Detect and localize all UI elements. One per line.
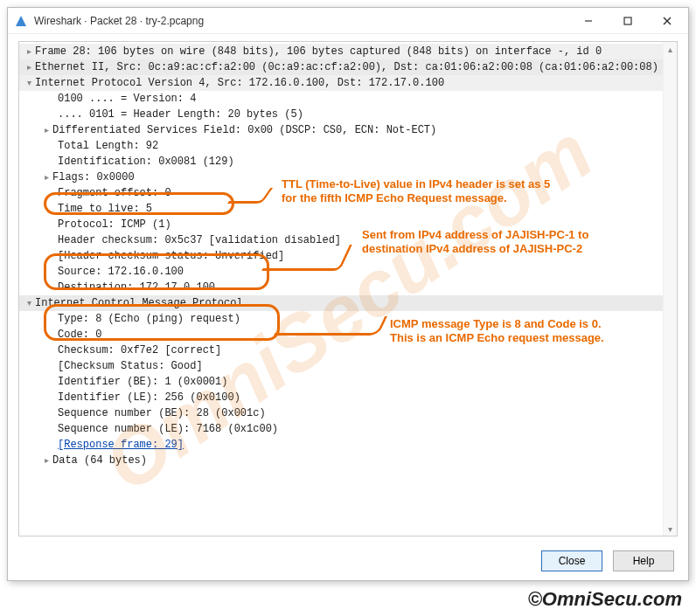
expand-icon[interactable]: ▸ bbox=[40, 453, 52, 468]
icmp-text: Internet Control Message Protocol bbox=[35, 295, 243, 311]
icmp-idbe[interactable]: Identifier (BE): 1 (0x0001) bbox=[19, 374, 677, 390]
minimize-button[interactable] bbox=[568, 8, 608, 33]
ipv4-hchkst[interactable]: [Header checksum status: Unverified] bbox=[19, 248, 677, 264]
ipv4-flags[interactable]: ▸Flags: 0x0000 bbox=[19, 170, 677, 185]
collapse-icon[interactable]: ▾ bbox=[23, 295, 35, 311]
icmp-response-link[interactable]: [Response frame: 29] bbox=[19, 437, 677, 453]
ipv4-node[interactable]: ▾ Internet Protocol Version 4, Src: 172.… bbox=[19, 75, 677, 91]
expand-icon[interactable]: ▸ bbox=[40, 122, 52, 138]
help-button[interactable]: Help bbox=[613, 550, 674, 571]
ipv4-dsf[interactable]: ▸Differentiated Services Field: 0x00 (DS… bbox=[19, 122, 677, 138]
ipv4-ident[interactable]: Identification: 0x0081 (129) bbox=[19, 154, 677, 170]
ipv4-text: Internet Protocol Version 4, Src: 172.16… bbox=[35, 75, 444, 91]
frame-node[interactable]: ▸ Frame 28: 106 bytes on wire (848 bits)… bbox=[19, 44, 677, 59]
scroll-up-icon[interactable]: ▴ bbox=[664, 42, 677, 56]
collapse-icon[interactable]: ▾ bbox=[23, 75, 35, 91]
icmp-idle[interactable]: Identifier (LE): 256 (0x0100) bbox=[19, 390, 677, 405]
ipv4-hdrlen[interactable]: .... 0101 = Header Length: 20 bytes (5) bbox=[19, 107, 677, 122]
close-button[interactable]: Close bbox=[541, 550, 602, 571]
icmp-node[interactable]: ▾ Internet Control Message Protocol bbox=[19, 295, 677, 311]
ethernet-node[interactable]: ▸ Ethernet II, Src: 0c:a9:ac:cf:a2:00 (0… bbox=[19, 59, 677, 75]
expand-icon[interactable]: ▸ bbox=[23, 44, 35, 59]
window-controls bbox=[568, 8, 686, 33]
wireshark-packet-window: Wireshark · Packet 28 · try-2.pcapng ▸ F… bbox=[7, 7, 689, 581]
vertical-scrollbar[interactable]: ▴ ▾ bbox=[663, 42, 677, 536]
icmp-seqbe[interactable]: Sequence number (BE): 28 (0x001c) bbox=[19, 405, 677, 421]
scroll-down-icon[interactable]: ▾ bbox=[664, 522, 677, 536]
icmp-seqle[interactable]: Sequence number (LE): 7168 (0x1c00) bbox=[19, 421, 677, 437]
expand-icon[interactable]: ▸ bbox=[23, 59, 35, 75]
expand-icon[interactable]: ▸ bbox=[40, 170, 52, 185]
ipv4-totlen[interactable]: Total Length: 92 bbox=[19, 138, 677, 154]
button-bar: Close Help bbox=[541, 550, 674, 571]
ipv4-dst[interactable]: Destination: 172.17.0.100 bbox=[19, 280, 677, 295]
packet-tree[interactable]: ▸ Frame 28: 106 bytes on wire (848 bits)… bbox=[19, 42, 677, 470]
frame-text: Frame 28: 106 bytes on wire (848 bits), … bbox=[35, 44, 602, 59]
packet-tree-panel: ▸ Frame 28: 106 bytes on wire (848 bits)… bbox=[18, 41, 678, 536]
copyright: ©OmniSecu.com bbox=[528, 588, 682, 611]
icmp-chk[interactable]: Checksum: 0xf7e2 [correct] bbox=[19, 343, 677, 358]
ipv4-hchk[interactable]: Header checksum: 0x5c37 [validation disa… bbox=[19, 232, 677, 248]
eth-text: Ethernet II, Src: 0c:a9:ac:cf:a2:00 (0c:… bbox=[35, 59, 658, 75]
icmp-data[interactable]: ▸Data (64 bytes) bbox=[19, 453, 677, 468]
ipv4-version[interactable]: 0100 .... = Version: 4 bbox=[19, 91, 677, 107]
ipv4-src[interactable]: Source: 172.16.0.100 bbox=[19, 264, 677, 280]
titlebar: Wireshark · Packet 28 · try-2.pcapng bbox=[8, 8, 688, 34]
wireshark-icon bbox=[15, 14, 29, 28]
ipv4-proto[interactable]: Protocol: ICMP (1) bbox=[19, 217, 677, 232]
icmp-type[interactable]: Type: 8 (Echo (ping) request) bbox=[19, 311, 677, 327]
ipv4-ttl[interactable]: Time to live: 5 bbox=[19, 201, 677, 217]
window-title: Wireshark · Packet 28 · try-2.pcapng bbox=[34, 15, 568, 27]
svg-rect-1 bbox=[624, 17, 631, 24]
ipv4-frag[interactable]: Fragment offset: 0 bbox=[19, 185, 677, 201]
icmp-chkst[interactable]: [Checksum Status: Good] bbox=[19, 358, 677, 374]
icmp-code[interactable]: Code: 0 bbox=[19, 327, 677, 343]
close-window-button[interactable] bbox=[647, 8, 686, 33]
maximize-button[interactable] bbox=[608, 8, 647, 33]
